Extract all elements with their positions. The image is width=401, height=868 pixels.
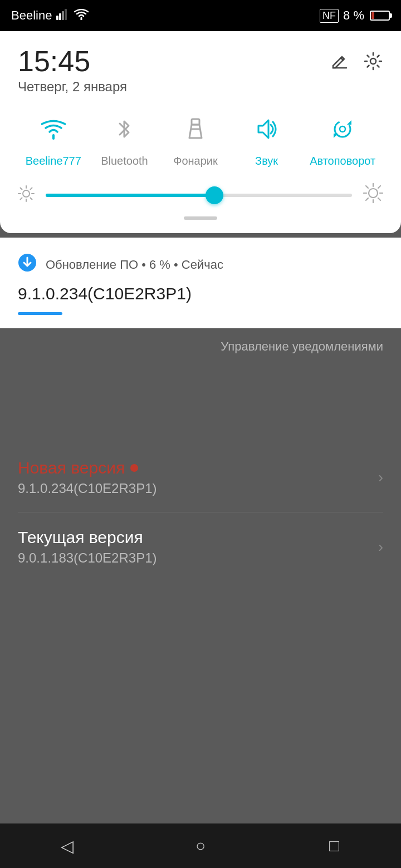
qs-icons-right — [331, 51, 383, 76]
version-current-subtitle: 9.0.1.183(C10E2R3P1) — [18, 550, 157, 566]
battery-icon — [370, 11, 390, 21]
edit-icon[interactable] — [331, 53, 348, 74]
svg-line-16 — [31, 198, 32, 199]
nav-back-button[interactable]: ◁ — [45, 829, 89, 862]
qs-header: 15:45 Четверг, 2 января — [18, 47, 383, 95]
version-new-info: Новая версия 9.1.0.234(C10E2R3P1) — [18, 458, 157, 496]
svg-point-5 — [370, 58, 376, 64]
svg-line-24 — [366, 186, 368, 188]
bluetooth-toggle-icon — [105, 110, 143, 148]
status-bar: Beeline NF 8 % — [0, 0, 401, 31]
notification-card-update[interactable]: Обновление ПО • 6 % • Сейчас 9.1.0.234(C… — [0, 238, 401, 328]
notification-panel: 15:45 Четверг, 2 января — [0, 31, 401, 233]
flashlight-toggle-label: Фонарик — [173, 155, 218, 167]
sound-toggle-label: Звук — [255, 155, 278, 167]
version-new-dot — [130, 464, 138, 472]
bluetooth-toggle-label: Bluetooth — [101, 155, 148, 167]
wifi-status-icon — [74, 9, 89, 23]
notif-header: Обновление ПО • 6 % • Сейчас — [18, 253, 383, 277]
svg-point-9 — [340, 126, 345, 132]
toggle-bluetooth[interactable]: Bluetooth — [96, 110, 152, 167]
toggle-sound[interactable]: Звук — [239, 110, 295, 167]
version-current-info: Текущая версия 9.0.1.183(C10E2R3P1) — [18, 528, 157, 566]
brightness-thumb[interactable] — [206, 186, 223, 204]
qs-time: 15:45 — [18, 47, 127, 76]
bg-content: Новая версия 9.1.0.234(C10E2R3P1) › Теку… — [0, 421, 401, 604]
notif-title: Обновление ПО • 6 % • Сейчас — [46, 258, 223, 272]
svg-rect-1 — [59, 13, 61, 20]
sound-toggle-icon — [248, 110, 286, 148]
drag-handle-container — [18, 216, 383, 220]
flashlight-toggle-icon — [177, 110, 214, 148]
brightness-high-icon — [363, 183, 383, 208]
notif-body: 9.1.0.234(C10E2R3P1) — [18, 284, 383, 303]
nav-home-button[interactable]: ○ — [178, 829, 223, 862]
manage-notifications[interactable]: Управление уведомлениями — [0, 328, 401, 365]
qs-date: Четверг, 2 января — [18, 79, 127, 95]
brightness-slider[interactable] — [46, 194, 352, 197]
toggle-flashlight[interactable]: Фонарик — [168, 110, 223, 167]
autorotate-toggle-label: Автоповорот — [310, 155, 375, 167]
brightness-low-icon — [18, 185, 35, 206]
nav-recents-button[interactable]: □ — [312, 829, 356, 862]
drag-handle[interactable] — [184, 216, 217, 220]
carrier-label: Beeline — [11, 8, 52, 23]
version-item-current[interactable]: Текущая версия 9.0.1.183(C10E2R3P1) › — [18, 512, 383, 581]
svg-line-25 — [378, 198, 380, 200]
svg-line-15 — [21, 188, 22, 189]
svg-line-18 — [21, 198, 22, 199]
svg-point-19 — [369, 189, 378, 198]
svg-line-26 — [378, 186, 380, 188]
svg-line-27 — [366, 198, 368, 200]
status-right: NF 8 % — [320, 8, 390, 23]
toggle-wifi[interactable]: Beeline777 — [26, 110, 81, 167]
wifi-toggle-icon — [35, 110, 72, 148]
brightness-fill — [46, 194, 214, 197]
version-new-title-row: Новая версия — [18, 458, 157, 477]
svg-line-17 — [31, 188, 32, 189]
svg-rect-0 — [56, 16, 58, 20]
autorotate-toggle-icon — [324, 110, 361, 148]
version-new-subtitle: 9.1.0.234(C10E2R3P1) — [18, 481, 157, 496]
status-left: Beeline — [11, 8, 89, 23]
download-icon — [18, 253, 37, 277]
svg-point-10 — [23, 190, 30, 197]
quick-toggles: Beeline777 Bluetooth Фонарик — [18, 110, 383, 167]
svg-rect-3 — [65, 9, 67, 20]
nav-bar: ◁ ○ □ — [0, 823, 401, 868]
settings-icon[interactable] — [363, 51, 383, 76]
version-item-new[interactable]: Новая версия 9.1.0.234(C10E2R3P1) › — [18, 443, 383, 512]
toggle-autorotate[interactable]: Автоповорот — [310, 110, 375, 167]
nfc-icon: NF — [320, 9, 339, 23]
qs-datetime: 15:45 Четверг, 2 января — [18, 47, 127, 95]
svg-rect-2 — [62, 11, 64, 20]
version-current-chevron: › — [378, 538, 383, 556]
svg-point-8 — [335, 121, 350, 137]
version-new-chevron: › — [378, 468, 383, 486]
wifi-toggle-label: Beeline777 — [26, 155, 81, 167]
signal-icon — [56, 9, 70, 23]
brightness-row — [18, 183, 383, 208]
version-new-title: Новая версия — [18, 458, 125, 477]
notif-progress-bar — [18, 312, 62, 315]
battery-percent: 8 % — [343, 8, 364, 23]
version-current-title: Текущая версия — [18, 528, 157, 547]
